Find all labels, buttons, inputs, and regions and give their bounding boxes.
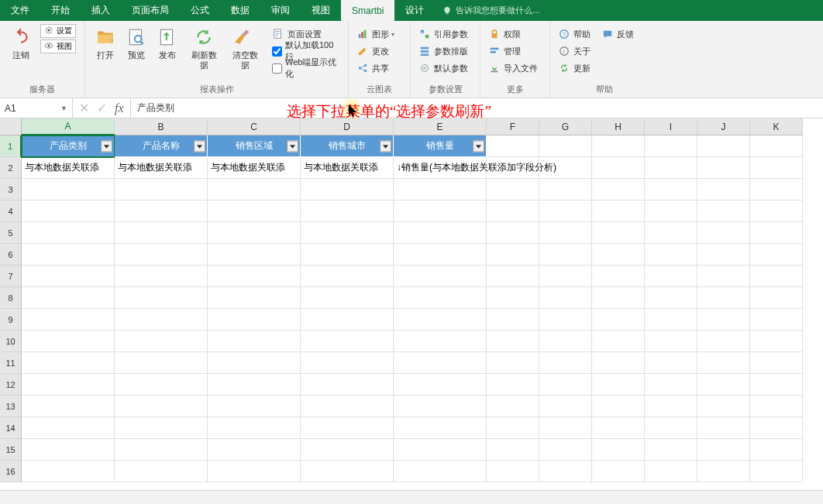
cell-B9[interactable] — [115, 309, 208, 331]
cell-K2[interactable] — [750, 157, 803, 179]
cell-E4[interactable] — [394, 201, 487, 222]
cell-J12[interactable] — [697, 374, 750, 396]
cell-A1[interactable]: 产品类别 — [22, 135, 115, 157]
row-header-10[interactable]: 10 — [0, 331, 22, 352]
web-optimize-checkbox[interactable] — [272, 63, 282, 74]
cell-C10[interactable] — [208, 331, 301, 352]
cell-E14[interactable] — [394, 417, 487, 439]
cell-J4[interactable] — [697, 201, 750, 222]
cell-K16[interactable] — [750, 461, 803, 482]
permission-button[interactable]: 权限 — [485, 26, 541, 43]
cell-K3[interactable] — [750, 179, 803, 201]
cell-C6[interactable] — [208, 244, 301, 266]
col-header-G[interactable]: G — [539, 118, 592, 135]
cell-G4[interactable] — [539, 201, 592, 222]
cell-K6[interactable] — [750, 244, 803, 266]
param-layout-button[interactable]: 参数排版 — [415, 43, 471, 60]
tab-file[interactable]: 文件 — [0, 0, 40, 21]
cell-D8[interactable] — [301, 287, 394, 309]
tab-home[interactable]: 开始 — [40, 0, 81, 21]
cell-B16[interactable] — [115, 461, 208, 482]
col-header-J[interactable]: J — [697, 118, 750, 135]
row-header-6[interactable]: 6 — [0, 244, 22, 266]
cell-G16[interactable] — [539, 461, 592, 482]
cell-J16[interactable] — [697, 461, 750, 482]
cell-B5[interactable] — [115, 222, 208, 244]
cell-A15[interactable] — [22, 439, 115, 461]
row-header-5[interactable]: 5 — [0, 222, 22, 244]
cell-C13[interactable] — [208, 396, 301, 417]
cell-F15[interactable] — [487, 439, 539, 461]
cell-A13[interactable] — [22, 396, 115, 417]
cell-A9[interactable] — [22, 309, 115, 331]
cell-F14[interactable] — [487, 417, 539, 439]
tab-insert[interactable]: 插入 — [81, 0, 121, 21]
cell-K15[interactable] — [750, 439, 803, 461]
cell-E16[interactable] — [394, 461, 487, 482]
cell-E3[interactable] — [394, 179, 487, 201]
tab-design[interactable]: 设计 — [394, 0, 435, 21]
cell-C11[interactable] — [208, 352, 301, 374]
cell-D16[interactable] — [301, 461, 394, 482]
cell-A7[interactable] — [22, 266, 115, 287]
name-box[interactable]: A1▼ — [0, 98, 73, 118]
filter-dropdown-icon[interactable] — [287, 140, 298, 152]
cell-J7[interactable] — [697, 266, 750, 287]
cell-F6[interactable] — [487, 244, 539, 266]
cell-F1[interactable] — [487, 135, 539, 157]
cell-C5[interactable] — [208, 222, 301, 244]
cell-F2[interactable] — [487, 157, 539, 179]
cell-B6[interactable] — [115, 244, 208, 266]
row-header-9[interactable]: 9 — [0, 309, 22, 331]
cell-A2[interactable]: 与本地数据关联添 — [22, 157, 115, 179]
help-button[interactable]: ?帮助 — [555, 26, 594, 43]
cell-I5[interactable] — [645, 222, 697, 244]
cell-I14[interactable] — [645, 417, 697, 439]
cell-D1[interactable]: 销售城市 — [301, 135, 394, 157]
col-header-D[interactable]: D — [301, 118, 394, 135]
cell-K1[interactable] — [750, 135, 803, 157]
filter-dropdown-icon[interactable] — [194, 140, 205, 152]
cell-H11[interactable] — [592, 352, 645, 374]
cell-I10[interactable] — [645, 331, 697, 352]
cell-J10[interactable] — [697, 331, 750, 352]
cell-J13[interactable] — [697, 396, 750, 417]
cell-K11[interactable] — [750, 352, 803, 374]
cell-H2[interactable] — [592, 157, 645, 179]
cell-H16[interactable] — [592, 461, 645, 482]
tell-me-search[interactable]: 告诉我您想要做什么... — [442, 0, 539, 21]
cell-H13[interactable] — [592, 396, 645, 417]
select-all-corner[interactable] — [0, 118, 22, 135]
chart-button[interactable]: 图形▾ — [353, 26, 398, 43]
cell-E11[interactable] — [394, 352, 487, 374]
cell-F8[interactable] — [487, 287, 539, 309]
cell-A14[interactable] — [22, 417, 115, 439]
cell-D12[interactable] — [301, 374, 394, 396]
cell-F13[interactable] — [487, 396, 539, 417]
cell-K14[interactable] — [750, 417, 803, 439]
cell-G15[interactable] — [539, 439, 592, 461]
col-header-B[interactable]: B — [115, 118, 208, 135]
cell-E9[interactable] — [394, 309, 487, 331]
cell-I15[interactable] — [645, 439, 697, 461]
cell-E2[interactable]: ↓销售量(与本地数据关联添加字段分析) — [394, 157, 487, 179]
cell-C1[interactable]: 销售区域 — [208, 135, 301, 157]
cell-G7[interactable] — [539, 266, 592, 287]
cell-J11[interactable] — [697, 352, 750, 374]
col-header-K[interactable]: K — [750, 118, 803, 135]
cell-A3[interactable] — [22, 179, 115, 201]
settings-button[interactable]: 设置 — [40, 24, 76, 38]
cell-G12[interactable] — [539, 374, 592, 396]
row-header-8[interactable]: 8 — [0, 287, 22, 309]
tab-smartbi[interactable]: Smartbi — [341, 0, 394, 21]
cell-H7[interactable] — [592, 266, 645, 287]
row-header-1[interactable]: 1 — [0, 135, 22, 157]
cell-D11[interactable] — [301, 352, 394, 374]
cell-H6[interactable] — [592, 244, 645, 266]
cell-J8[interactable] — [697, 287, 750, 309]
cell-B15[interactable] — [115, 439, 208, 461]
cell-B8[interactable] — [115, 287, 208, 309]
cell-F12[interactable] — [487, 374, 539, 396]
cell-H5[interactable] — [592, 222, 645, 244]
cell-J15[interactable] — [697, 439, 750, 461]
